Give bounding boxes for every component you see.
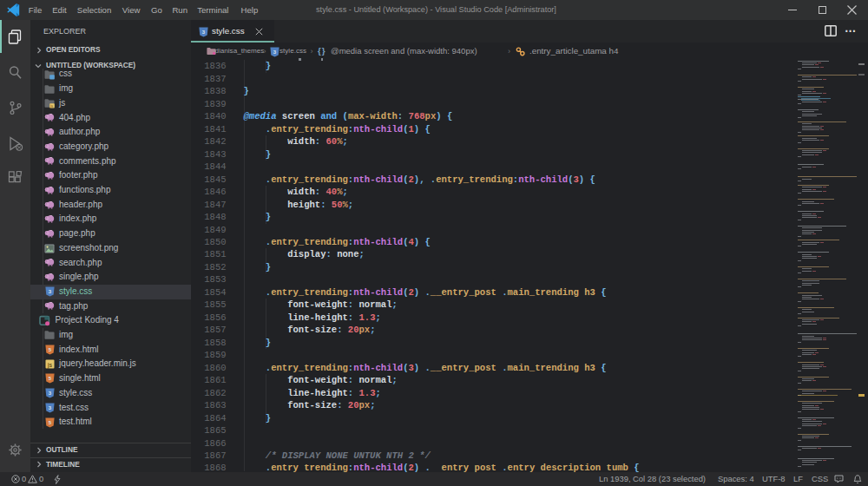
svg-text:js: js (46, 362, 52, 369)
svg-text:js: js (49, 104, 54, 108)
